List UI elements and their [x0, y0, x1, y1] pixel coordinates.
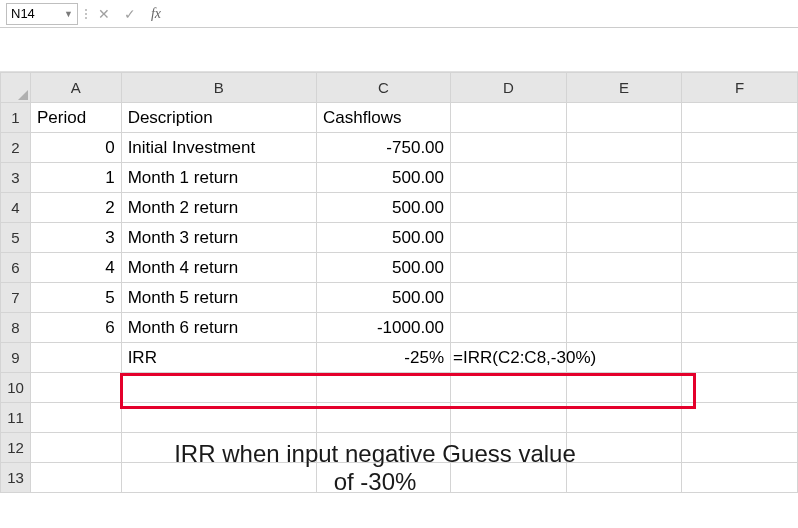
cell-A6[interactable]: 4 [30, 253, 121, 283]
cell-E8[interactable] [566, 313, 682, 343]
name-box[interactable]: N14 ▼ [6, 3, 78, 25]
cell-E4[interactable] [566, 193, 682, 223]
cell-D7[interactable] [451, 283, 567, 313]
cell-F12[interactable] [682, 433, 798, 463]
cell-C3[interactable]: 500.00 [317, 163, 451, 193]
cell-F4[interactable] [682, 193, 798, 223]
select-all-cell[interactable] [1, 73, 31, 103]
formula-input[interactable] [172, 4, 792, 24]
cell-C9[interactable]: -25% [317, 343, 451, 373]
cell-F2[interactable] [682, 133, 798, 163]
cell-D11[interactable] [451, 403, 567, 433]
column-header-F[interactable]: F [682, 73, 798, 103]
cell-A9[interactable] [30, 343, 121, 373]
cell-D5[interactable] [451, 223, 567, 253]
row-header-12[interactable]: 12 [1, 433, 31, 463]
cell-B8[interactable]: Month 6 return [121, 313, 316, 343]
row-header-1[interactable]: 1 [1, 103, 31, 133]
row-header-6[interactable]: 6 [1, 253, 31, 283]
ribbon-spacer [0, 28, 798, 72]
cell-A11[interactable] [30, 403, 121, 433]
cell-A1[interactable]: Period [30, 103, 121, 133]
row-header-7[interactable]: 7 [1, 283, 31, 313]
cell-A10[interactable] [30, 373, 121, 403]
cell-B6[interactable]: Month 4 return [121, 253, 316, 283]
cell-B10[interactable] [121, 373, 316, 403]
row-header-4[interactable]: 4 [1, 193, 31, 223]
cell-D6[interactable] [451, 253, 567, 283]
cell-C7[interactable]: 500.00 [317, 283, 451, 313]
cell-B11[interactable] [121, 403, 316, 433]
cell-F5[interactable] [682, 223, 798, 253]
row-header-2[interactable]: 2 [1, 133, 31, 163]
cell-D4[interactable] [451, 193, 567, 223]
cell-E6[interactable] [566, 253, 682, 283]
row-header-13[interactable]: 13 [1, 463, 31, 493]
cell-B7[interactable]: Month 5 return [121, 283, 316, 313]
cell-F6[interactable] [682, 253, 798, 283]
cell-A8[interactable]: 6 [30, 313, 121, 343]
row-header-5[interactable]: 5 [1, 223, 31, 253]
cell-F8[interactable] [682, 313, 798, 343]
cell-E10[interactable] [566, 373, 682, 403]
cell-D10[interactable] [451, 373, 567, 403]
row-header-3[interactable]: 3 [1, 163, 31, 193]
chevron-down-icon[interactable]: ▼ [64, 9, 73, 19]
cell-A13[interactable] [30, 463, 121, 493]
name-box-value: N14 [11, 6, 62, 21]
cell-A7[interactable]: 5 [30, 283, 121, 313]
cell-A4[interactable]: 2 [30, 193, 121, 223]
cell-D1[interactable] [451, 103, 567, 133]
cell-C1[interactable]: Cashflows [317, 103, 451, 133]
cell-C4[interactable]: 500.00 [317, 193, 451, 223]
row-header-8[interactable]: 8 [1, 313, 31, 343]
cell-F7[interactable] [682, 283, 798, 313]
cell-A5[interactable]: 3 [30, 223, 121, 253]
cell-F1[interactable] [682, 103, 798, 133]
row-header-11[interactable]: 11 [1, 403, 31, 433]
cell-F9[interactable] [682, 343, 798, 373]
cell-C2[interactable]: -750.00 [317, 133, 451, 163]
cell-B1[interactable]: Description [121, 103, 316, 133]
cell-B2[interactable]: Initial Investment [121, 133, 316, 163]
cell-B9[interactable]: IRR [121, 343, 316, 373]
cell-E11[interactable] [566, 403, 682, 433]
row-header-9[interactable]: 9 [1, 343, 31, 373]
cell-C6[interactable]: 500.00 [317, 253, 451, 283]
cell-E3[interactable] [566, 163, 682, 193]
cell-F11[interactable] [682, 403, 798, 433]
cell-F10[interactable] [682, 373, 798, 403]
cell-A3[interactable]: 1 [30, 163, 121, 193]
column-header-A[interactable]: A [30, 73, 121, 103]
cell-B4[interactable]: Month 2 return [121, 193, 316, 223]
cell-E7[interactable] [566, 283, 682, 313]
cell-B5[interactable]: Month 3 return [121, 223, 316, 253]
cell-D8[interactable] [451, 313, 567, 343]
cell-E1[interactable] [566, 103, 682, 133]
cell-C8[interactable]: -1000.00 [317, 313, 451, 343]
cell-D3[interactable] [451, 163, 567, 193]
cell-E5[interactable] [566, 223, 682, 253]
cell-D2[interactable] [451, 133, 567, 163]
cell-C11[interactable] [317, 403, 451, 433]
column-header-E[interactable]: E [566, 73, 682, 103]
insert-function-button[interactable]: fx [146, 4, 166, 24]
cell-C5[interactable]: 500.00 [317, 223, 451, 253]
column-header-B[interactable]: B [121, 73, 316, 103]
cell-C10[interactable] [317, 373, 451, 403]
drag-handle-icon[interactable] [84, 4, 88, 24]
caption-line-1: IRR when input negative Guess value [150, 440, 600, 468]
row-header-10[interactable]: 10 [1, 373, 31, 403]
caption-line-2: of -30% [150, 468, 600, 496]
column-header-D[interactable]: D [451, 73, 567, 103]
cell-E2[interactable] [566, 133, 682, 163]
cell-F13[interactable] [682, 463, 798, 493]
cancel-formula-button: ✕ [94, 4, 114, 24]
cell-A2[interactable]: 0 [30, 133, 121, 163]
cell-B3[interactable]: Month 1 return [121, 163, 316, 193]
cell-A12[interactable] [30, 433, 121, 463]
column-header-C[interactable]: C [317, 73, 451, 103]
cell-F3[interactable] [682, 163, 798, 193]
enter-formula-button: ✓ [120, 4, 140, 24]
cell-D9[interactable]: =IRR(C2:C8,-30%) [451, 343, 567, 373]
